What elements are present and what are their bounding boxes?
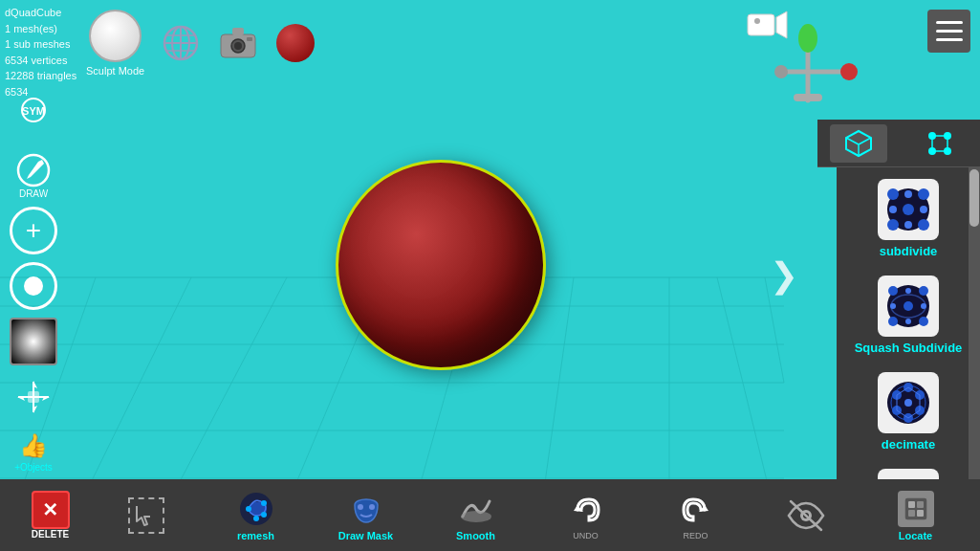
svg-point-75	[905, 319, 911, 324]
squash-subdivide-tool[interactable]: Squash Subdivide	[840, 268, 976, 363]
thumbs-up-icon: 👍	[12, 429, 55, 462]
preview-sphere	[276, 24, 315, 62]
svg-point-98	[253, 516, 259, 521]
svg-point-57	[887, 188, 899, 200]
svg-point-85	[904, 399, 912, 407]
redo-svg-icon	[678, 492, 714, 528]
svg-point-72	[905, 288, 911, 294]
decimate-tool[interactable]: decimate	[840, 364, 976, 459]
svg-rect-25	[247, 37, 252, 41]
redo-label: REDO	[683, 531, 708, 540]
svg-rect-108	[908, 501, 915, 508]
cube-tab-icon	[843, 128, 874, 159]
subdivide-label: subdivide	[880, 244, 938, 258]
svg-rect-110	[908, 510, 915, 517]
object-name: dQuadCube	[5, 5, 76, 21]
add-objects-button[interactable]: 👍 +Objects	[12, 429, 55, 473]
right-panel-scrollbar[interactable]	[969, 167, 980, 531]
remesh-svg-icon	[237, 490, 275, 528]
sculpt-mode-label: Sculpt Mode	[86, 65, 144, 77]
svg-rect-34	[794, 94, 822, 101]
squash-subdivide-label: Squash Subdivide	[855, 341, 963, 355]
sym-button[interactable]: SYM	[12, 96, 55, 143]
svg-point-62	[904, 190, 912, 198]
locate-icon	[897, 490, 935, 528]
eye-svg-icon	[787, 499, 825, 532]
menu-button[interactable]	[927, 10, 970, 53]
sub-meshes: 1 sub meshes	[5, 36, 76, 53]
select-button[interactable]	[113, 496, 180, 535]
globe-icon	[162, 24, 200, 62]
vertices-count: 6534 vertices	[5, 53, 76, 69]
sculpt-sphere	[336, 160, 546, 370]
svg-point-63	[889, 206, 897, 213]
svg-point-59	[887, 219, 899, 231]
add-button[interactable]: +	[10, 207, 57, 254]
globe-button[interactable]	[159, 22, 202, 65]
tab-cube[interactable]	[830, 124, 887, 163]
undo-button[interactable]: UNDO	[553, 491, 620, 540]
texture-button[interactable]	[10, 318, 57, 365]
gizmo-icon	[746, 19, 870, 105]
squash-subdivide-icon	[883, 281, 933, 331]
locate-button[interactable]: Locate	[882, 490, 949, 541]
svg-point-68	[919, 286, 928, 296]
dot-tool-button[interactable]	[10, 262, 57, 310]
svg-point-70	[919, 317, 928, 326]
subdivide-icon-box	[878, 179, 939, 240]
tab-nodes[interactable]	[911, 124, 969, 163]
remesh-button[interactable]: remesh	[223, 490, 290, 541]
svg-point-24	[234, 42, 242, 50]
locate-box-icon	[898, 491, 934, 527]
svg-point-101	[461, 511, 491, 522]
svg-point-67	[888, 286, 898, 296]
svg-point-96	[261, 500, 267, 506]
draw-mask-svg-icon	[347, 490, 385, 528]
svg-line-45	[846, 138, 859, 144]
add-icon: +	[26, 215, 41, 246]
remesh-label: remesh	[237, 530, 274, 541]
info-panel: dQuadCube 1 mesh(es) 1 sub meshes 6534 v…	[5, 5, 76, 99]
visibility-button[interactable]	[773, 496, 839, 535]
subdivide-tool[interactable]: subdivide	[840, 171, 976, 266]
sym-icon: SYM	[13, 96, 54, 136]
svg-rect-107	[904, 497, 927, 520]
svg-point-100	[369, 504, 375, 510]
delete-button[interactable]: ✕ DELETE	[32, 491, 70, 540]
redo-button[interactable]: REDO	[663, 491, 730, 540]
camera-button[interactable]	[216, 22, 259, 65]
svg-point-71	[904, 301, 913, 311]
move-button[interactable]	[10, 373, 57, 421]
svg-point-99	[358, 504, 363, 510]
select-box-icon	[128, 497, 164, 534]
objects-label: +Objects	[14, 462, 53, 473]
locate-svg-icon	[903, 496, 929, 522]
viewport[interactable]: dQuadCube 1 mesh(es) 1 sub meshes 6534 v…	[0, 0, 980, 551]
triangles-count: 12288 triangles	[5, 68, 76, 84]
sculpt-mode-button[interactable]: Sculpt Mode	[86, 10, 144, 77]
svg-line-106	[791, 501, 821, 530]
right-panel-tabs	[817, 120, 980, 167]
draw-mask-button[interactable]: Draw Mask	[333, 490, 400, 541]
redo-icon	[677, 491, 715, 529]
draw-button[interactable]: DRAW	[10, 151, 57, 199]
preview-thumbnail[interactable]	[273, 22, 316, 65]
menu-line-2	[936, 30, 963, 33]
nodes-tab-icon	[925, 128, 955, 159]
svg-rect-22	[232, 28, 244, 35]
smooth-bottom-icon	[457, 490, 495, 528]
camera-icon	[218, 25, 258, 61]
svg-point-60	[918, 219, 929, 231]
subdivide-icon	[883, 185, 933, 234]
svg-point-32	[840, 63, 858, 80]
svg-rect-111	[917, 510, 924, 517]
mesh-count: 1 mesh(es)	[5, 21, 76, 37]
smooth-bottom-button[interactable]: Smooth	[443, 490, 510, 541]
draw-mask-icon	[347, 490, 385, 528]
squash-subdivide-icon-box	[878, 276, 939, 337]
svg-point-33	[774, 65, 788, 78]
sphere-object[interactable]	[336, 160, 546, 370]
svg-rect-109	[917, 501, 924, 508]
delete-x: ✕	[42, 498, 58, 521]
right-arrow-button[interactable]: ❯	[770, 255, 798, 296]
